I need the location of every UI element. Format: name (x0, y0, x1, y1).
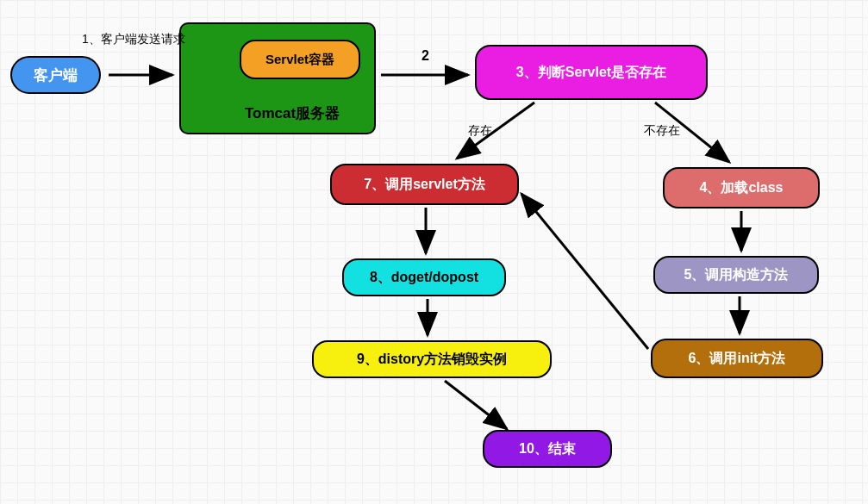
svg-line-7 (521, 194, 648, 349)
servlet-container-label: Servlet容器 (265, 52, 334, 68)
node-tomcat-server: Servlet容器 Tomcat服务器 (179, 22, 376, 134)
node-step7-label: 7、调用servlet方法 (364, 176, 485, 194)
node-step8-label: 8、doget/dopost (370, 269, 478, 287)
node-load-class: 4、加载class (663, 167, 820, 208)
node-step4-label: 4、加载class (700, 179, 784, 197)
edge-label-notexist: 不存在 (644, 123, 680, 139)
edge-label-exist: 存在 (468, 123, 492, 139)
tomcat-label: Tomcat服务器 (245, 103, 340, 123)
edge-label-2: 2 (422, 48, 429, 64)
node-step10-label: 10、结束 (519, 440, 576, 458)
svg-line-10 (445, 381, 507, 429)
node-init: 6、调用init方法 (651, 339, 823, 378)
node-end: 10、结束 (483, 430, 612, 468)
node-destroy: 9、distory方法销毁实例 (312, 340, 552, 378)
node-check-label: 3、判断Servlet是否存在 (516, 64, 666, 82)
node-servlet-container: Servlet容器 (240, 40, 360, 79)
edge-label-request: 1、客户端发送请求 (82, 32, 185, 47)
node-call-servlet: 7、调用servlet方法 (330, 164, 519, 205)
arrows-layer (0, 0, 868, 504)
node-step6-label: 6、调用init方法 (689, 350, 786, 368)
node-client: 客户端 (10, 56, 101, 94)
node-constructor: 5、调用构造方法 (653, 256, 819, 294)
node-client-label: 客户端 (34, 65, 78, 85)
node-step5-label: 5、调用构造方法 (684, 266, 789, 284)
node-step9-label: 9、distory方法销毁实例 (357, 351, 507, 369)
node-doget-dopost: 8、doget/dopost (342, 258, 506, 296)
node-check-servlet: 3、判断Servlet是否存在 (475, 45, 708, 100)
